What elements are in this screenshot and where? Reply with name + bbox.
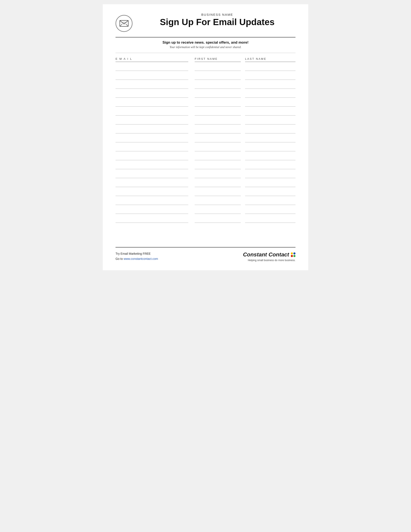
footer-goto: Go to (115, 257, 124, 260)
lastname-input-line[interactable] (245, 100, 296, 107)
cc-dot-red (291, 255, 293, 257)
email-input-line[interactable] (115, 144, 188, 151)
column-headers: E M A I L FIRST NAME LAST NAME (115, 57, 296, 62)
firstname-cell-wrapper (195, 144, 245, 151)
lastname-input-line[interactable] (245, 216, 296, 223)
lastname-input-line[interactable] (245, 207, 296, 214)
email-input-line[interactable] (115, 127, 188, 133)
lastname-input-line[interactable] (245, 109, 296, 115)
firstname-input-line[interactable] (195, 127, 241, 133)
form-row (115, 151, 296, 160)
firstname-input-line[interactable] (195, 91, 241, 98)
email-cell-wrapper (115, 109, 195, 115)
page: BUSINESS NAME Sign Up For Email Updates … (103, 4, 308, 270)
firstname-input-line[interactable] (195, 118, 241, 124)
footer-line2: Go to www.constantcontact.com (115, 256, 158, 262)
email-cell-wrapper (115, 207, 195, 214)
email-input-line[interactable] (115, 153, 188, 160)
lastname-input-line[interactable] (245, 189, 296, 196)
lastname-cell-wrapper (245, 180, 296, 187)
subheader-sub: Your information will be kept confidenti… (115, 46, 296, 49)
email-input-line[interactable] (115, 162, 188, 169)
firstname-input-line[interactable] (195, 180, 241, 187)
footer-left: Try Email Marketing FREE Go to www.const… (115, 251, 158, 262)
svg-line-2 (126, 24, 128, 26)
email-input-line[interactable] (115, 207, 188, 214)
firstname-input-line[interactable] (195, 144, 241, 151)
svg-line-1 (120, 24, 122, 26)
lastname-label: LAST NAME (245, 57, 296, 62)
footer-link[interactable]: www.constantcontact.com (124, 257, 158, 260)
firstname-input-line[interactable] (195, 135, 241, 142)
email-input-line[interactable] (115, 73, 188, 80)
lastname-input-line[interactable] (245, 153, 296, 160)
lastname-cell-wrapper (245, 162, 296, 169)
lastname-cell-wrapper (245, 207, 296, 214)
firstname-input-line[interactable] (195, 216, 241, 223)
firstname-input-line[interactable] (195, 82, 241, 89)
lastname-input-line[interactable] (245, 135, 296, 142)
email-input-line[interactable] (115, 171, 188, 178)
header-divider (115, 37, 296, 38)
lastname-input-line[interactable] (245, 64, 296, 71)
email-cell-wrapper (115, 189, 195, 196)
firstname-column-header: FIRST NAME (195, 57, 245, 62)
form-row (115, 214, 296, 223)
cc-dot-yellow (291, 252, 293, 255)
email-input-line[interactable] (115, 189, 188, 196)
lastname-cell-wrapper (245, 153, 296, 160)
email-column-header: E M A I L (115, 57, 195, 62)
email-cell-wrapper (115, 100, 195, 107)
email-input-line[interactable] (115, 180, 188, 187)
firstname-input-line[interactable] (195, 73, 241, 80)
email-cell-wrapper (115, 135, 195, 142)
firstname-input-line[interactable] (195, 64, 241, 71)
email-input-line[interactable] (115, 216, 188, 223)
firstname-input-line[interactable] (195, 162, 241, 169)
lastname-input-line[interactable] (245, 82, 296, 89)
form-section: E M A I L FIRST NAME LAST NAME (115, 57, 296, 241)
form-row (115, 115, 296, 124)
email-input-line[interactable] (115, 82, 188, 89)
firstname-input-line[interactable] (195, 189, 241, 196)
email-input-line[interactable] (115, 198, 188, 205)
lastname-input-line[interactable] (245, 127, 296, 133)
email-input-line[interactable] (115, 118, 188, 124)
firstname-cell-wrapper (195, 198, 245, 205)
lastname-cell-wrapper (245, 189, 296, 196)
subheader-main: Sign up to receive news. special offers,… (115, 40, 296, 45)
email-input-line[interactable] (115, 100, 188, 107)
email-input-line[interactable] (115, 109, 188, 115)
lastname-input-line[interactable] (245, 198, 296, 205)
firstname-cell-wrapper (195, 73, 245, 80)
firstname-input-line[interactable] (195, 198, 241, 205)
lastname-cell-wrapper (245, 82, 296, 89)
cc-icon (291, 252, 296, 257)
email-cell-wrapper (115, 64, 195, 71)
lastname-input-line[interactable] (245, 171, 296, 178)
form-row (115, 178, 296, 187)
email-cell-wrapper (115, 180, 195, 187)
email-input-line[interactable] (115, 135, 188, 142)
email-input-line[interactable] (115, 91, 188, 98)
logo-icon (115, 15, 132, 32)
cc-tagline: Helping small business do more business. (248, 259, 296, 262)
lastname-input-line[interactable] (245, 162, 296, 169)
lastname-input-line[interactable] (245, 118, 296, 124)
lastname-input-line[interactable] (245, 144, 296, 151)
form-row (115, 205, 296, 214)
email-input-line[interactable] (115, 64, 188, 71)
firstname-input-line[interactable] (195, 100, 241, 107)
email-cell-wrapper (115, 144, 195, 151)
email-cell-wrapper (115, 153, 195, 160)
firstname-input-line[interactable] (195, 171, 241, 178)
lastname-input-line[interactable] (245, 73, 296, 80)
firstname-input-line[interactable] (195, 207, 241, 214)
firstname-input-line[interactable] (195, 109, 241, 115)
cc-logo: Constant Contact (243, 251, 296, 258)
lastname-input-line[interactable] (245, 180, 296, 187)
email-cell-wrapper (115, 82, 195, 89)
lastname-input-line[interactable] (245, 91, 296, 98)
firstname-input-line[interactable] (195, 153, 241, 160)
lastname-cell-wrapper (245, 109, 296, 115)
